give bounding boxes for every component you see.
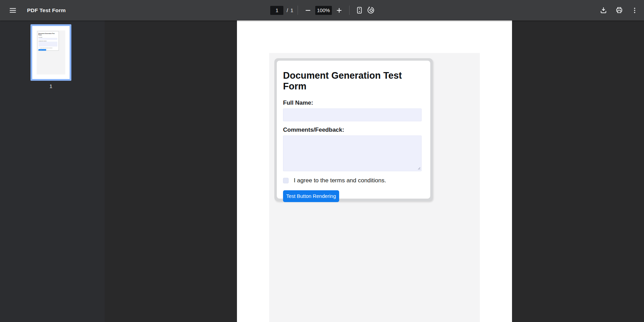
comments-label: Comments/Feedback: xyxy=(38,41,58,42)
test-button[interactable]: Test Button Rendering xyxy=(283,190,339,202)
page-count-separator: / xyxy=(286,8,288,13)
pdf-viewer-toolbar: PDF Test Form / 1 100% xyxy=(0,0,644,20)
comments-textarea-wrap xyxy=(38,42,57,46)
full-name-input xyxy=(38,38,57,40)
full-name-label: Full Name: xyxy=(283,99,424,106)
full-name-field: Full Name: xyxy=(283,99,424,121)
agreement-row: I agree to the terms and conditions. xyxy=(38,47,58,48)
page-count-total: 1 xyxy=(290,8,293,13)
full-name-field: Full Name: xyxy=(38,37,58,40)
document-title: PDF Test Form xyxy=(27,7,66,14)
form-card-inner: Document Generation Test Form Full Name:… xyxy=(277,61,430,199)
more-vert-icon xyxy=(631,7,638,14)
page-thumbnail-1[interactable]: Document Generation Test Form Full Name:… xyxy=(30,24,71,81)
comments-field: Comments/Feedback: xyxy=(283,127,424,171)
thumbnail-page-label: 1 xyxy=(30,83,71,89)
fit-page-button[interactable] xyxy=(354,5,365,16)
test-button: Test Button Rendering xyxy=(38,49,46,51)
rotate-button[interactable] xyxy=(365,5,377,16)
toolbar-right xyxy=(377,5,641,16)
resize-handle-icon xyxy=(57,46,57,46)
form-heading: Document Generation Test Form xyxy=(38,33,58,36)
toolbar-divider xyxy=(298,6,298,15)
zoom-in-button[interactable] xyxy=(333,5,345,16)
page-holder: Document Generation Test Form Full Name:… xyxy=(237,20,512,322)
page-number-input[interactable] xyxy=(270,6,283,15)
viewer-content: Document Generation Test Form Full Name:… xyxy=(0,20,644,322)
zoom-in-icon xyxy=(335,7,343,14)
form-page-background: Document Generation Test Form Full Name:… xyxy=(269,53,480,322)
agree-label: I agree to the terms and conditions. xyxy=(294,177,386,184)
print-button[interactable] xyxy=(613,5,625,16)
rotate-icon xyxy=(367,6,375,14)
agree-label: I agree to the terms and conditions. xyxy=(40,47,52,48)
comments-label: Comments/Feedback: xyxy=(283,127,424,133)
agree-checkbox xyxy=(38,47,39,48)
download-icon xyxy=(599,6,608,15)
resize-handle-icon xyxy=(417,166,421,170)
full-name-input[interactable] xyxy=(283,108,422,121)
menu-icon xyxy=(9,7,17,14)
form-card-inner: Document Generation Test Form Full Name:… xyxy=(38,32,59,50)
zoom-out-icon xyxy=(304,7,312,14)
toolbar-left: PDF Test Form xyxy=(7,5,270,16)
comments-textarea[interactable] xyxy=(283,136,422,171)
download-button[interactable] xyxy=(598,5,609,16)
menu-button[interactable] xyxy=(7,5,19,16)
pdf-page: Document Generation Test Form Full Name:… xyxy=(237,20,512,322)
form-card: Document Generation Test Form Full Name:… xyxy=(274,58,433,201)
comments-field: Comments/Feedback: xyxy=(38,41,58,47)
toolbar-center: / 1 100% xyxy=(270,5,377,16)
print-icon xyxy=(615,6,623,14)
zoom-out-button[interactable] xyxy=(302,5,314,16)
form-card: Document Generation Test Form Full Name:… xyxy=(37,31,59,51)
agree-checkbox[interactable] xyxy=(283,178,289,183)
page-count: / 1 xyxy=(286,8,293,13)
more-options-button[interactable] xyxy=(629,5,641,16)
zoom-level: 100% xyxy=(315,6,332,15)
fit-page-icon xyxy=(355,6,363,14)
toolbar-divider xyxy=(349,6,350,15)
form-page-background: Document Generation Test Form Full Name:… xyxy=(37,31,65,75)
thumbnail-preview: Document Generation Test Form Full Name:… xyxy=(32,26,70,79)
comments-textarea-wrap xyxy=(283,136,422,171)
thumbnail-wrap: Document Generation Test Form Full Name:… xyxy=(30,24,71,89)
comments-textarea xyxy=(38,42,57,46)
agreement-row: I agree to the terms and conditions. xyxy=(283,177,424,184)
thumbnail-sidebar: Document Generation Test Form Full Name:… xyxy=(0,20,105,322)
pdf-viewport: Document Generation Test Form Full Name:… xyxy=(105,20,644,322)
pdf-page: Document Generation Test Form Full Name:… xyxy=(32,26,70,79)
form-heading: Document Generation Test Form xyxy=(283,70,424,92)
full-name-label: Full Name: xyxy=(38,37,58,38)
